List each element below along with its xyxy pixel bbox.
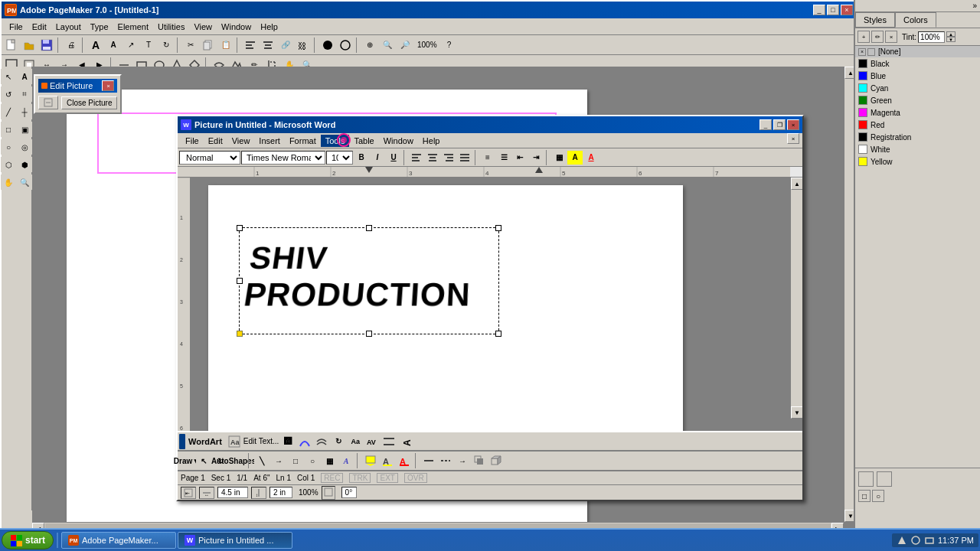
lt-poly-frame[interactable]: ⬢ [17,157,32,172]
word-menu-window[interactable]: Window [379,135,418,147]
word-close-btn[interactable]: × [787,119,799,130]
maximize-button[interactable]: □ [827,5,839,15]
menu-type[interactable]: Type [86,21,113,33]
menu-edit[interactable]: Edit [28,21,51,33]
word-menu-tools[interactable]: Tools [321,135,350,147]
menu-utilities[interactable]: Utilities [153,21,189,33]
wa-rotate-btn[interactable]: ↻ [331,435,346,448]
word-menu-help[interactable]: Help [418,135,445,147]
wa-shape-btn[interactable] [314,435,329,448]
tb-a-small[interactable]: A [105,37,122,54]
color-delete-btn[interactable]: × [885,31,897,43]
color-item[interactable]: White [855,143,980,155]
draw-arrow-style[interactable]: → [455,454,470,468]
lt-ellipse[interactable]: ○ [1,139,16,155]
menu-view[interactable]: View [189,21,217,33]
tb-target[interactable]: ⊕ [361,37,378,54]
word-menu-edit[interactable]: Edit [204,135,227,147]
tb-new[interactable] [3,37,20,54]
decrease-indent-btn[interactable]: ⇤ [512,151,528,165]
tint-value[interactable]: 100% [918,31,945,43]
panel-expand-btn[interactable]: » [972,2,977,10]
align-center-btn[interactable] [425,151,440,165]
style-dropdown[interactable]: Normal [179,151,240,165]
draw-font-color[interactable]: A [397,454,412,468]
size-dropdown[interactable]: 10 [326,151,353,165]
italic-btn[interactable]: I [370,151,385,165]
wa-edit-text-label[interactable]: Edit Text... [243,437,279,445]
color-item[interactable]: Black [855,57,980,70]
wa-drag-handle[interactable] [179,434,185,449]
tb-rotate[interactable]: ↻ [158,37,175,54]
draw-3d[interactable] [488,454,504,468]
justify-btn[interactable] [457,151,472,165]
draw-line-style[interactable] [421,454,436,468]
draw-fill-color[interactable] [363,454,378,468]
stroke-color-box[interactable] [877,471,892,487]
color-item[interactable]: Yellow [855,155,980,168]
tb-unlink[interactable]: ⛓ [295,37,312,54]
color-add-btn[interactable]: + [858,31,870,43]
increase-indent-btn[interactable]: ⇥ [528,151,544,165]
bb-size[interactable]: 4.5 in [217,487,248,498]
lt-rect[interactable]: □ [1,122,16,137]
tb-align-center[interactable] [260,37,276,54]
handle-br[interactable] [495,331,501,337]
lt-line[interactable]: ╱ [1,104,16,119]
word-menu-table[interactable]: Table [349,135,378,147]
tb-text[interactable]: T [140,37,157,54]
bold-btn[interactable]: B [354,151,369,165]
align-left-btn[interactable] [409,151,424,165]
close-button[interactable]: × [841,5,853,15]
lt-hand[interactable]: ✋ [1,174,16,190]
border-btn[interactable]: ▦ [551,151,567,165]
highlight-btn[interactable]: A [567,151,583,165]
tb-A-large[interactable]: A [87,37,104,54]
lt-text-tool[interactable]: A [17,69,32,84]
start-button[interactable]: start [2,531,54,549]
handle-bm[interactable] [366,331,372,337]
menu-element[interactable]: Element [113,21,153,33]
color-edit-btn[interactable]: ✏ [871,31,884,43]
tb-save[interactable] [38,37,55,54]
wa-edit-text-btn[interactable]: Aa [227,435,242,448]
tint-down-btn[interactable]: ▼ [946,37,956,42]
tab-colors[interactable]: Colors [895,12,936,28]
handle-ml[interactable] [237,278,243,284]
tb-print[interactable]: 🖨 [63,37,80,54]
lt-rect-frame[interactable]: ▣ [17,122,32,137]
wa-same-height-btn[interactable]: Aa [348,435,363,448]
menu-help[interactable]: Help [256,21,283,33]
bullets-btn[interactable]: ≡ [480,151,495,165]
lt-ellipse-frame[interactable]: ◎ [17,139,32,155]
tb-paste[interactable]: 📋 [217,37,234,54]
menu-file[interactable]: File [5,21,28,33]
draw-autoshapes-btn[interactable]: AutoShapes▼ [230,454,245,468]
handle-special[interactable] [237,331,243,337]
draw-line-color[interactable]: A [380,454,395,468]
lt-constrain[interactable]: ┼ [17,104,32,119]
word-restore-btn[interactable]: ❐ [773,119,786,130]
word-vscroll-down[interactable]: ▼ [791,406,802,419]
taskbar-word-item[interactable]: W Picture in Untitled ... [178,532,292,549]
tb-open[interactable] [21,37,38,54]
color-item[interactable]: Green [855,94,980,106]
tint-up-btn[interactable]: ▲ [946,31,956,37]
word-menu-file[interactable]: File [181,135,204,147]
lt-rotate[interactable]: ↺ [1,86,16,102]
color-item[interactable]: Blue [855,70,980,82]
bb-angle[interactable]: 0° [341,487,357,498]
tb-copy[interactable] [200,37,217,54]
word-vscroll[interactable]: ▲ ▼ [790,178,802,419]
ep-icon-btn[interactable] [38,96,58,109]
numbering-btn[interactable]: ☰ [496,151,511,165]
lt-pointer[interactable]: ↖ [1,69,16,84]
word-minimize-btn[interactable]: _ [760,119,772,130]
tb-zoom[interactable]: 🔍 [379,37,396,54]
menu-layout[interactable]: Layout [51,21,86,33]
draw-ellipse[interactable]: ○ [305,454,320,468]
draw-shadow[interactable] [472,454,487,468]
word-vscroll-up[interactable]: ▲ [791,178,802,190]
fill-color-box[interactable] [858,471,874,487]
wa-char-space-btn[interactable]: AV [364,435,380,448]
